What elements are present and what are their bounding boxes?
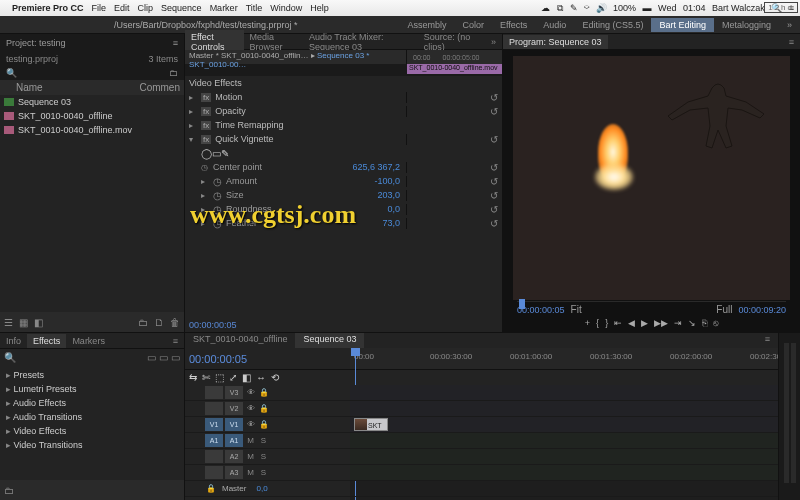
src-patch[interactable] — [205, 466, 223, 479]
track-lane-master[interactable] — [350, 481, 778, 497]
menu-title[interactable]: Title — [246, 3, 263, 13]
new-bin-icon[interactable]: 🗀 — [138, 317, 148, 328]
step-back-icon[interactable]: ◀ — [628, 318, 635, 328]
reset-icon[interactable]: ↺ — [490, 162, 498, 173]
panel-menu-icon[interactable]: ≡ — [757, 333, 778, 348]
lock-icon[interactable]: 🔒 — [258, 388, 269, 397]
effects-search-icon[interactable]: 🔍 — [4, 352, 16, 363]
tray-evernote-icon[interactable]: ✎ — [570, 3, 578, 13]
track-lane-a1[interactable] — [350, 433, 778, 449]
tray-flag-icon[interactable]: ▬ — [643, 3, 652, 13]
project-item[interactable]: Sequence 03 — [0, 95, 184, 109]
reset-icon[interactable]: ↺ — [490, 92, 498, 103]
search-icon[interactable]: 🔍 — [6, 68, 17, 78]
tab-overflow-icon[interactable]: » — [485, 35, 502, 49]
menu-edit[interactable]: Edit — [114, 3, 130, 13]
workspace-overflow-icon[interactable]: » — [779, 18, 800, 32]
mute-icon[interactable]: M — [245, 436, 256, 445]
tl-tool-icon[interactable]: ⟲ — [271, 372, 279, 383]
eye-icon[interactable]: 👁 — [245, 388, 256, 397]
workspace-audio[interactable]: Audio — [535, 18, 574, 32]
new-item-icon[interactable]: 🗋 — [154, 317, 164, 328]
app-name[interactable]: Premiere Pro CC — [12, 3, 84, 13]
master-level[interactable]: 0,0 — [256, 484, 267, 493]
mute-icon[interactable]: M — [245, 468, 256, 477]
playhead-icon[interactable] — [519, 299, 525, 309]
menu-window[interactable]: Window — [270, 3, 302, 13]
menu-marker[interactable]: Marker — [210, 3, 238, 13]
fx-mini-timeline[interactable]: 00:00 00:00:05:00 — [406, 50, 502, 64]
timeline-lanes[interactable]: SKT — [350, 385, 778, 500]
eye-icon[interactable]: 👁 — [245, 404, 256, 413]
track-target[interactable]: V3 — [225, 386, 243, 399]
list-view-icon[interactable]: ☰ — [4, 317, 13, 328]
solo-icon[interactable]: S — [258, 468, 269, 477]
preset-folder[interactable]: Audio Effects — [2, 396, 182, 410]
tab-program[interactable]: Program: Sequence 03 — [503, 35, 608, 49]
program-scrubber[interactable] — [517, 301, 786, 302]
col-name[interactable]: Name — [4, 82, 139, 93]
preset-folder[interactable]: Presets — [2, 368, 182, 382]
eye-icon[interactable]: 👁 — [245, 420, 256, 429]
workspace-effects[interactable]: Effects — [492, 18, 535, 32]
tab-info[interactable]: Info — [0, 334, 27, 348]
tray-user[interactable]: Bart Walczak — [712, 3, 765, 13]
lift-icon[interactable]: ↘ — [688, 318, 696, 328]
tab-effects[interactable]: Effects — [27, 334, 66, 348]
tl-tool-icon[interactable]: ✄ — [202, 372, 210, 383]
panel-menu-icon[interactable]: ≡ — [783, 35, 800, 49]
twirl-icon[interactable]: ▸ — [201, 219, 209, 228]
program-scale[interactable]: Full — [716, 304, 732, 315]
tray-battery[interactable]: 100% — [613, 3, 636, 13]
preset-folder[interactable]: Video Transitions — [2, 438, 182, 452]
solo-icon[interactable]: S — [258, 452, 269, 461]
icon-view-icon[interactable]: ▦ — [19, 317, 28, 328]
timeline-tab[interactable]: Sequence 03 — [295, 333, 364, 348]
reset-icon[interactable]: ↺ — [490, 218, 498, 229]
workspace-editing-cs55[interactable]: Editing (CS5.5) — [574, 18, 651, 32]
program-viewport[interactable] — [513, 56, 790, 300]
src-patch[interactable] — [205, 402, 223, 415]
timeline-ruler[interactable]: 00:00 00:00:30:00 00:01:00:00 00:01:30:0… — [350, 348, 778, 369]
add-marker-icon[interactable]: + — [585, 318, 590, 328]
track-lane-v2[interactable] — [350, 401, 778, 417]
play-icon[interactable]: ▶ — [641, 318, 648, 328]
reset-icon[interactable]: ↺ — [490, 106, 498, 117]
stopwatch-icon[interactable]: ◷ — [213, 218, 222, 229]
tl-tool-icon[interactable]: ⬚ — [215, 372, 224, 383]
track-lane-v3[interactable] — [350, 385, 778, 401]
tl-tool-icon[interactable]: ⇆ — [189, 372, 197, 383]
preset-folder[interactable]: Lumetri Presets — [2, 382, 182, 396]
panel-menu-icon[interactable]: ≡ — [173, 38, 178, 48]
src-patch[interactable]: V1 — [205, 418, 223, 431]
tl-tool-icon[interactable]: ◧ — [242, 372, 251, 383]
reset-icon[interactable]: ↺ — [490, 190, 498, 201]
solo-icon[interactable]: S — [258, 436, 269, 445]
program-fit[interactable]: Fit — [571, 304, 582, 315]
src-patch[interactable] — [205, 450, 223, 463]
workspace-bart-editing[interactable]: Bart Editing — [651, 18, 714, 32]
go-to-in-icon[interactable]: ⇤ — [614, 318, 622, 328]
bin-icon[interactable]: 🗀 — [169, 68, 178, 78]
trash-icon[interactable]: 🗑 — [170, 317, 180, 328]
menu-file[interactable]: File — [92, 3, 107, 13]
fx-timecode[interactable]: 00:00:00:05 — [189, 320, 237, 330]
menu-sequence[interactable]: Sequence — [161, 3, 202, 13]
mark-out-icon[interactable]: } — [605, 318, 608, 328]
preset-folder[interactable]: Video Effects — [2, 424, 182, 438]
lock-icon[interactable]: 🔒 — [205, 484, 216, 493]
col-comment[interactable]: Commen — [139, 82, 180, 93]
tray-cloud-icon[interactable]: ☁ — [541, 3, 550, 13]
timeline-tab[interactable]: SKT_0010-0040_offline — [185, 333, 295, 348]
param-feather-value[interactable]: 73,0 — [382, 218, 400, 228]
extract-icon[interactable]: ⎘ — [702, 318, 707, 328]
track-target[interactable]: A3 — [225, 466, 243, 479]
export-frame-icon[interactable]: ⎋ — [713, 318, 718, 328]
panel-menu-icon[interactable]: ≡ — [167, 334, 184, 348]
track-target[interactable]: A2 — [225, 450, 243, 463]
tab-markers[interactable]: Markers — [66, 334, 111, 348]
freeform-view-icon[interactable]: ◧ — [34, 317, 43, 328]
fx-clip-bar[interactable]: SKT_0010-0040_offline.mov — [407, 64, 502, 74]
workspace-metalogging[interactable]: Metalogging — [714, 18, 779, 32]
tray-dropbox-icon[interactable]: ⧉ — [557, 3, 563, 13]
